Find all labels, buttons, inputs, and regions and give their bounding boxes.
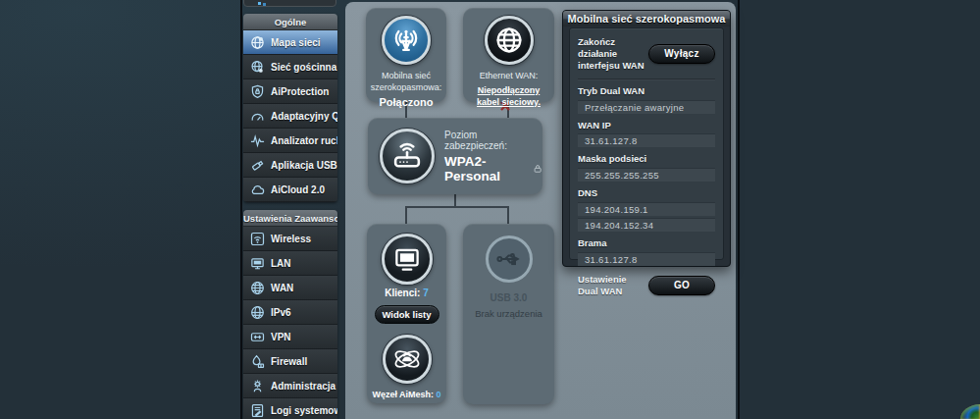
- connector-line: [405, 206, 407, 224]
- panel-field-dns: DNS194.204.159.1194.204.152.34: [578, 187, 715, 232]
- desktop-corner-fragment: [960, 404, 980, 419]
- sidebar-item-lan[interactable]: LAN: [243, 251, 337, 276]
- sidebar-general-group: OgólneMapa sieciSieć gościnnaAiProtectio…: [243, 14, 337, 202]
- sidebar-item-label: AiCloud 2.0: [271, 184, 325, 195]
- sidebar-item-label: Analizator ruchu: [271, 135, 337, 146]
- panel-field-label: Maska podsieci: [578, 153, 715, 165]
- panel-action-label: Zakończ działanie interfejsu WAN: [578, 36, 648, 72]
- sidebar-item-label: Sieć gościnna: [271, 62, 336, 73]
- sidebar-item-label: WAN: [271, 283, 293, 293]
- lock-icon: [533, 163, 542, 175]
- sidebar-item-label: IPv6: [271, 307, 291, 318]
- go-button[interactable]: GO: [648, 276, 715, 295]
- globe-icon: [485, 16, 534, 65]
- router-card[interactable]: Poziom zabezpieczeń: WPA2-Personal: [368, 118, 542, 194]
- clients-label: Klienci: 7: [385, 288, 428, 298]
- sidebar-section-header: Ustawienia Zaawansowane: [243, 210, 337, 227]
- aimesh-icon: [383, 335, 432, 384]
- panel-body: Zakończ działanie interfejsu WANWyłączTr…: [569, 27, 724, 260]
- panel-field-label: Tryb Dual WAN: [578, 85, 715, 97]
- panel-field-label: WAN IP: [578, 120, 715, 131]
- view-list-button[interactable]: Widok listy: [375, 305, 439, 324]
- mobile-card-label: Mobilna sieć szerokopasmowa:: [366, 71, 446, 93]
- gauge-icon: [250, 109, 265, 124]
- antenna-icon: [382, 16, 431, 65]
- ethernet-wan-card[interactable]: Ethernet WAN: Niepodłączony kabel siecio…: [463, 8, 554, 102]
- sidebar-item-adaptacyjny-qos[interactable]: Adaptacyjny QoS: [243, 104, 337, 129]
- sidebar-item-sie-go-cinna[interactable]: Sieć gościnna: [243, 55, 337, 79]
- ipv6-icon: [250, 305, 265, 320]
- sidebar-item-aplikacja-usb[interactable]: Aplikacja USB: [243, 153, 337, 178]
- sidebar-section-header: Ogólne: [243, 14, 337, 30]
- panel-field-maska-podsieci: Maska podsieci255.255.255.255: [578, 153, 715, 182]
- usb-stick-icon: [250, 158, 265, 173]
- panel-field-value: 194.204.152.34: [578, 218, 715, 232]
- clients-count: 7: [423, 288, 429, 298]
- sidebar-item-logi-systemowe[interactable]: Logi systemowe: [243, 398, 337, 419]
- quick-setup-button-fragment[interactable]: [243, 0, 336, 7]
- mobile-card-status: Połączono: [379, 96, 433, 108]
- vpn-icon: [250, 330, 265, 344]
- panel-field-value: 194.204.159.1: [578, 202, 715, 216]
- connector-line: [507, 206, 509, 224]
- security-level-value: WPA2-Personal: [444, 154, 529, 183]
- network-map-icon: [250, 35, 265, 50]
- shield-icon: [250, 84, 265, 99]
- sidebar-item-label: LAN: [271, 258, 291, 269]
- background-divider-line: [738, 0, 740, 419]
- usb-card[interactable]: USB 3.0 Brak urządzenia: [463, 224, 554, 404]
- panel-field-label: Brama: [578, 237, 715, 249]
- sidebar-item-label: Mapa sieci: [271, 37, 321, 48]
- sidebar-item-firewall[interactable]: Firewall: [243, 349, 337, 374]
- sidebar-item-label: Wireless: [271, 234, 311, 244]
- security-level-label: Poziom zabezpieczeń:: [444, 130, 542, 151]
- sidebar-item-label: Adaptacyjny QoS: [271, 111, 337, 122]
- firewall-icon: [250, 354, 265, 369]
- ethernet-card-label: Ethernet WAN:: [476, 71, 542, 82]
- panel-field-value: 255.255.255.255: [578, 168, 715, 182]
- sidebar-navigation: OgólneMapa sieciSieć gościnnaAiProtectio…: [240, 0, 336, 419]
- panel-field-label: DNS: [578, 187, 715, 199]
- sidebar-item-label: VPN: [271, 332, 291, 342]
- mobile-broadband-card[interactable]: Mobilna sieć szerokopasmowa: Połączono: [366, 8, 446, 102]
- sidebar-item-label: AiProtection: [271, 86, 329, 97]
- ethernet-cable-link[interactable]: Niepodłączony kabel sieciowy.: [463, 84, 554, 108]
- lan-icon: [250, 256, 265, 271]
- wy-cz-button[interactable]: Wyłącz: [648, 44, 715, 64]
- usb-title: USB 3.0: [490, 292, 528, 303]
- usb-status: Brak urządzenia: [475, 308, 542, 319]
- sidebar-item-vpn[interactable]: VPN: [243, 325, 337, 349]
- panel-field-tryb-dual-wan: Tryb Dual WANPrzełączanie awaryjne: [578, 85, 715, 114]
- sidebar-item-aiprotection[interactable]: AiProtection: [243, 79, 337, 104]
- guest-network-icon: [250, 60, 265, 75]
- sidebar-item-analizator-ruchu[interactable]: Analizator ruchu: [243, 129, 337, 153]
- sidebar-item-label: Logi systemowe: [271, 405, 337, 416]
- usb-icon: [486, 236, 533, 283]
- sidebar-item-label: Firewall: [271, 356, 307, 367]
- mobile-broadband-status-panel: Mobilna sieć szerokopasmowa Stan Zakończ…: [562, 10, 731, 267]
- sidebar-item-wireless[interactable]: Wireless: [243, 227, 337, 251]
- aimesh-count: 0: [437, 390, 441, 399]
- cloud-icon: [250, 183, 265, 197]
- panel-title: Mobilna sieć szerokopasmowa: [563, 11, 730, 26]
- sidebar-item-mapa-sieci[interactable]: Mapa sieci: [243, 30, 337, 55]
- clients-card[interactable]: Klienci: 7 Widok listy Węzeł AiMesh: 0: [367, 224, 446, 403]
- connector-line: [454, 194, 456, 206]
- sidebar-item-aicloud-2-0[interactable]: AiCloud 2.0: [243, 178, 337, 202]
- globe-icon: [250, 281, 265, 295]
- panel-action-row: Zakończ działanie interfejsu WANWyłącz: [578, 34, 715, 79]
- panel-field-value: Przełączanie awaryjne: [578, 100, 715, 114]
- traffic-wave-icon: [250, 133, 265, 148]
- panel-field-wan-ip: WAN IP31.61.127.8: [578, 120, 715, 148]
- connector-line: [405, 206, 509, 208]
- panel-action-label: Ustawienie Dual WAN: [578, 274, 648, 297]
- sidebar-item-ipv6[interactable]: IPv6: [243, 300, 337, 325]
- monitor-icon: [382, 234, 433, 285]
- sidebar-item-administracja[interactable]: Administracja: [243, 374, 337, 398]
- router-icon: [380, 129, 435, 183]
- panel-field-brama: Brama31.61.127.8: [578, 237, 715, 266]
- sidebar-item-wan[interactable]: WAN: [243, 276, 337, 300]
- sidebar-item-label: Aplikacja USB: [271, 160, 337, 171]
- panel-field-value: 31.61.127.8: [578, 252, 715, 266]
- quick-setup-icon: [258, 2, 261, 5]
